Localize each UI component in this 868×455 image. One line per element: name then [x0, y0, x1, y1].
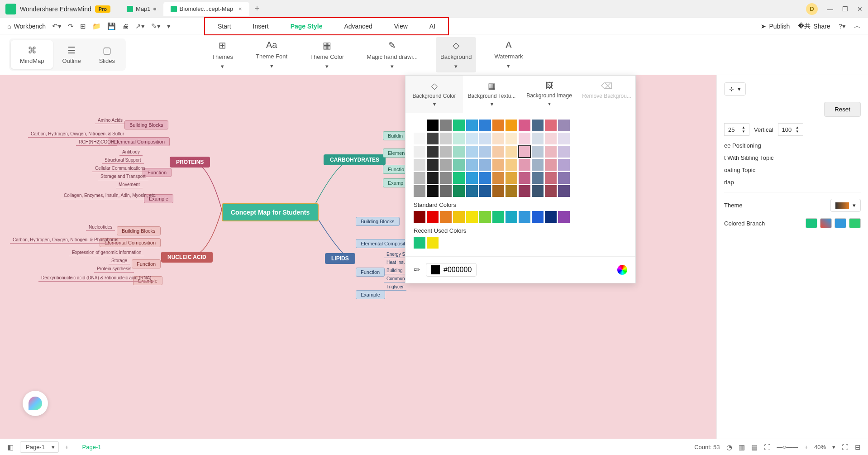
color-swatch[interactable]: [532, 133, 544, 144]
color-swatch[interactable]: [479, 159, 491, 171]
node-example[interactable]: Example: [356, 290, 385, 299]
branch-color-2[interactable]: [820, 218, 832, 228]
color-swatch[interactable]: [545, 146, 557, 158]
viewmode-mindmap[interactable]: ⌘MindMap: [11, 40, 53, 69]
subnode[interactable]: Collagen, Enzymes, Insulin, Adin, Myosin…: [61, 192, 159, 199]
print-button[interactable]: 🖨: [122, 22, 129, 30]
central-node[interactable]: Concept Map for Students: [222, 203, 319, 221]
color-swatch[interactable]: [506, 172, 517, 184]
viewmode-outline[interactable]: ☰Outline: [53, 40, 90, 69]
subnode[interactable]: Deoxyribonucleic acid (DNA) & Ribonuclei…: [38, 274, 154, 282]
color-swatch[interactable]: [532, 211, 544, 223]
subnode[interactable]: Protein synthesis: [94, 265, 134, 273]
collapse-ribbon-button[interactable]: ︿: [854, 22, 861, 30]
page-selector[interactable]: Page-1 ▾: [20, 441, 59, 453]
color-swatch[interactable]: [440, 133, 452, 144]
color-swatch[interactable]: [414, 237, 425, 249]
color-swatch[interactable]: [440, 172, 452, 184]
color-swatch[interactable]: [453, 159, 465, 171]
bg-image-tab[interactable]: 🖼Background Image▾: [520, 76, 578, 113]
color-swatch[interactable]: [545, 172, 557, 184]
color-swatch[interactable]: [519, 159, 530, 171]
color-swatch[interactable]: [440, 146, 452, 158]
subnode[interactable]: Antibody: [119, 148, 143, 156]
color-swatch[interactable]: [453, 120, 465, 131]
fullscreen-button[interactable]: ⛶: [842, 443, 849, 451]
color-swatch[interactable]: [492, 146, 504, 158]
color-swatch[interactable]: [492, 172, 504, 184]
color-swatch[interactable]: [558, 185, 570, 197]
node-building-blocks[interactable]: Building Blocks: [124, 120, 168, 129]
subnode[interactable]: Storage: [109, 257, 130, 264]
color-swatch[interactable]: [519, 185, 530, 197]
color-swatch[interactable]: [545, 133, 557, 144]
color-swatch[interactable]: [492, 133, 504, 144]
color-swatch[interactable]: [545, 159, 557, 171]
color-swatch[interactable]: [414, 133, 425, 144]
subnode[interactable]: Structural Support: [102, 157, 144, 164]
bg-remove-tab[interactable]: ⌫Remove Backgrou...: [578, 76, 635, 113]
menu-advanced[interactable]: Advanced: [333, 19, 383, 34]
background-button[interactable]: ◇Background▾: [436, 37, 476, 72]
color-swatch[interactable]: [506, 211, 517, 223]
bg-texture-tab[interactable]: ▦Background Textu...▾: [463, 76, 520, 113]
color-swatch[interactable]: [427, 185, 439, 197]
floating-logo-button[interactable]: [23, 391, 48, 416]
option-overlap[interactable]: rlap: [724, 179, 861, 186]
bg-color-tab[interactable]: ◇Background Color▾: [405, 76, 463, 113]
option-floating[interactable]: oating Topic: [724, 167, 861, 173]
minimize-button[interactable]: —: [827, 5, 833, 13]
theme-font-button[interactable]: AaTheme Font▾: [251, 37, 292, 72]
theme-selector[interactable]: ▾: [830, 199, 861, 212]
color-swatch[interactable]: [427, 133, 439, 144]
color-swatch[interactable]: [506, 185, 517, 197]
color-swatch[interactable]: [506, 146, 517, 158]
save-button[interactable]: 💾: [107, 22, 116, 30]
subnode[interactable]: Storage and Transport: [98, 173, 148, 180]
color-swatch[interactable]: [558, 120, 570, 131]
tab-biomolec[interactable]: Biomolec...cept-Map ×: [163, 2, 249, 16]
color-wheel-button[interactable]: [617, 265, 627, 275]
node-example[interactable]: Examp: [383, 178, 408, 187]
node-elemental[interactable]: Elemental Composition: [109, 137, 170, 146]
color-swatch[interactable]: [519, 146, 530, 158]
tab-map1[interactable]: Map1: [119, 2, 163, 16]
color-swatch[interactable]: [479, 133, 491, 144]
spacing-input[interactable]: 25▲▼: [724, 123, 749, 136]
color-swatch[interactable]: [532, 159, 544, 171]
viewmode-slides[interactable]: ▢Slides: [90, 40, 124, 69]
branch-nucleic[interactable]: NUCLEIC ACID: [161, 252, 213, 263]
view-icon-3[interactable]: ▤: [751, 443, 758, 451]
color-swatch[interactable]: [479, 185, 491, 197]
color-swatch[interactable]: [453, 172, 465, 184]
branch-color-4[interactable]: [849, 218, 861, 228]
new-button[interactable]: ⊞: [80, 22, 86, 30]
color-swatch[interactable]: [532, 172, 544, 184]
magic-hand-button[interactable]: ✎Magic hand drawi...▾: [362, 37, 422, 72]
branch-color-3[interactable]: [835, 218, 846, 228]
subnode[interactable]: Triglycer: [384, 283, 406, 291]
vertical-input[interactable]: 100▲▼: [778, 123, 803, 136]
undo-button[interactable]: ↶▾: [52, 22, 62, 30]
close-window-button[interactable]: ✕: [857, 5, 863, 13]
color-swatch[interactable]: [414, 211, 425, 223]
node-building[interactable]: Building Blocks: [356, 217, 400, 226]
color-swatch[interactable]: [506, 133, 517, 144]
color-swatch[interactable]: [545, 120, 557, 131]
subnode[interactable]: Carbon, Hydrogen, Oxygen, Nitrogen, & Ph…: [10, 236, 121, 244]
color-swatch[interactable]: [440, 159, 452, 171]
subnode[interactable]: Carbon, Hydrogen, Oxygen, Nitrogen, & Su…: [28, 130, 127, 138]
color-swatch[interactable]: [558, 133, 570, 144]
close-icon[interactable]: ×: [238, 5, 242, 12]
publish-button[interactable]: ➤Publish: [761, 23, 790, 30]
branch-lipids[interactable]: LIPIDS: [325, 253, 355, 264]
color-swatch[interactable]: [466, 120, 478, 131]
color-swatch[interactable]: [427, 120, 439, 131]
themes-button[interactable]: ⊞Themes▾: [207, 37, 238, 72]
add-page-button[interactable]: +: [65, 444, 69, 450]
option-free-positioning[interactable]: ee Positioning: [724, 142, 861, 149]
color-swatch[interactable]: [466, 146, 478, 158]
color-swatch[interactable]: [414, 172, 425, 184]
color-swatch[interactable]: [532, 185, 544, 197]
color-swatch[interactable]: [492, 159, 504, 171]
